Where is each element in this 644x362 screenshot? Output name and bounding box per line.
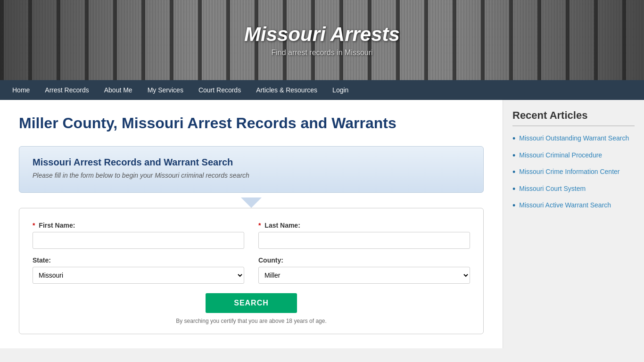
county-label: County:	[258, 256, 470, 264]
nav-home[interactable]: Home	[5, 80, 37, 100]
location-row: State: Missouri County: Miller	[33, 256, 470, 284]
state-group: State: Missouri	[33, 256, 244, 284]
pointer-arrow	[241, 197, 262, 208]
article-link-2[interactable]: Missouri Criminal Procedure	[519, 151, 602, 160]
state-select[interactable]: Missouri	[33, 267, 244, 284]
last-name-required: *	[258, 222, 261, 229]
last-name-input[interactable]	[258, 232, 470, 249]
name-row: * First Name: * Last Name:	[33, 222, 470, 249]
first-name-input[interactable]	[33, 232, 244, 249]
nav-my-services[interactable]: My Services	[140, 80, 191, 100]
article-link-4[interactable]: Missouri Court System	[519, 184, 586, 194]
nav-login[interactable]: Login	[325, 80, 356, 100]
article-item-2: Missouri Criminal Procedure	[512, 151, 635, 161]
article-link-5[interactable]: Missouri Active Warrant Search	[519, 201, 611, 210]
nav-about-me[interactable]: About Me	[97, 80, 140, 100]
article-item-5: Missouri Active Warrant Search	[512, 201, 635, 211]
hero-banner: Missouri Arrests Find arrest records in …	[0, 0, 644, 80]
county-select[interactable]: Miller	[258, 267, 470, 284]
sidebar-heading: Recent Articles	[512, 109, 635, 126]
county-group: County: Miller	[258, 256, 470, 284]
article-link-1[interactable]: Missouri Outstanding Warrant Search	[519, 134, 629, 143]
main-nav: Home Arrest Records About Me My Services…	[0, 80, 644, 100]
search-button[interactable]: SEARCH	[206, 293, 297, 313]
search-box-subtitle: Please fill in the form below to begin y…	[33, 172, 470, 179]
search-box-title: Missouri Arrest Records and Warrant Sear…	[33, 157, 470, 168]
article-item-4: Missouri Court System	[512, 184, 635, 195]
first-name-label: * First Name:	[33, 222, 244, 229]
recent-articles-list: Missouri Outstanding Warrant Search Miss…	[512, 134, 635, 211]
last-name-group: * Last Name:	[258, 222, 470, 249]
nav-arrest-records[interactable]: Arrest Records	[37, 80, 96, 100]
article-item-1: Missouri Outstanding Warrant Search	[512, 134, 635, 144]
search-box-header: Missouri Arrest Records and Warrant Sear…	[19, 146, 484, 193]
first-name-group: * First Name:	[33, 222, 244, 249]
state-label: State:	[33, 256, 244, 264]
first-name-required: *	[33, 222, 35, 229]
last-name-label: * Last Name:	[258, 222, 470, 229]
page-body: Miller County, Missouri Arrest Records a…	[0, 100, 644, 348]
hero-content: Missouri Arrests Find arrest records in …	[244, 23, 400, 57]
page-heading: Miller County, Missouri Arrest Records a…	[19, 114, 484, 132]
site-title: Missouri Arrests	[244, 23, 400, 46]
nav-articles[interactable]: Articles & Resources	[248, 80, 325, 100]
article-item-3: Missouri Crime Information Center	[512, 167, 635, 178]
sidebar: Recent Articles Missouri Outstanding War…	[503, 100, 644, 348]
nav-court-records[interactable]: Court Records	[191, 80, 248, 100]
article-link-3[interactable]: Missouri Crime Information Center	[519, 167, 619, 177]
search-btn-row: SEARCH	[33, 293, 470, 313]
search-form: * First Name: * Last Name: State:	[19, 208, 484, 334]
site-subtitle: Find arrest records in Missouri	[244, 49, 400, 57]
main-content: Miller County, Missouri Arrest Records a…	[0, 100, 503, 348]
form-note: By searching you certify that you are ab…	[33, 318, 470, 324]
